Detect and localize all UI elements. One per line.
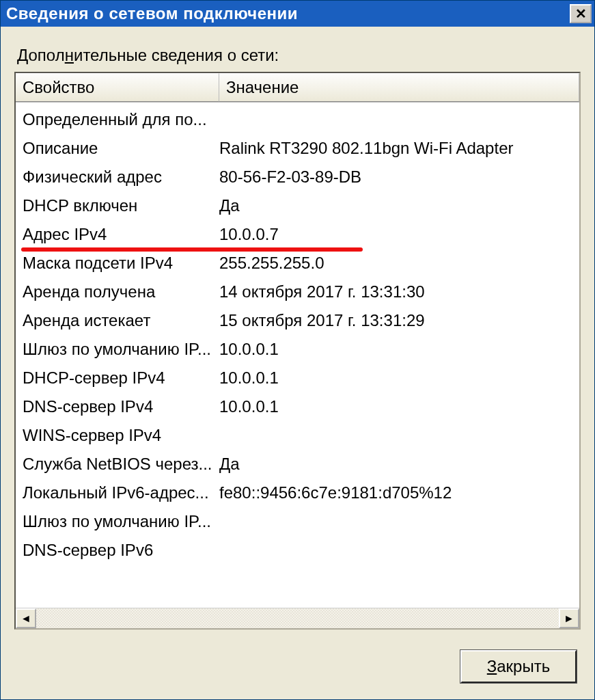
close-button-after: акрыть [497, 657, 550, 675]
value-cell: Да [219, 451, 572, 477]
value-cell: 10.0.0.1 [219, 365, 572, 391]
property-cell: Шлюз по умолчанию IP... [23, 509, 219, 535]
highlight-underline [21, 247, 363, 252]
value-cell [219, 422, 572, 448]
value-cell: 10.0.0.1 [219, 336, 572, 362]
close-button-mnemonic: З [487, 657, 497, 675]
table-row[interactable]: Аренда получена14 октября 2017 г. 13:31:… [16, 278, 579, 306]
table-row[interactable]: Аренда истекает15 октября 2017 г. 13:31:… [16, 306, 579, 335]
value-cell: Ralink RT3290 802.11bgn Wi-Fi Adapter [219, 135, 572, 161]
dialog-window: Сведения о сетевом подключении ✕ Дополни… [0, 0, 595, 700]
table-row[interactable]: Служба NetBIOS через...Да [16, 450, 579, 479]
value-cell [219, 537, 572, 563]
value-cell: 15 октября 2017 г. 13:31:29 [219, 308, 572, 334]
table-row[interactable]: Определенный для по... [16, 105, 579, 134]
table-row[interactable]: DNS-сервер IPv6 [16, 536, 579, 565]
details-label-after: ительные сведения о сети: [74, 46, 279, 64]
property-cell: DNS-сервер IPv6 [23, 537, 219, 563]
property-cell: DNS-сервер IPv4 [23, 394, 219, 420]
value-cell: 10.0.0.1 [219, 394, 572, 420]
details-label: Дополнительные сведения о сети: [17, 46, 578, 65]
button-row: Закрыть [14, 630, 581, 686]
value-cell: 80-56-F2-03-89-DB [219, 164, 572, 190]
details-label-before: Допол [17, 46, 65, 64]
table-row[interactable]: Локальный IPv6-адрес...fe80::9456:6c7e:9… [16, 479, 579, 507]
table-row[interactable]: Шлюз по умолчанию IP...10.0.0.1 [16, 335, 579, 364]
scroll-left-arrow-icon[interactable]: ◄ [16, 608, 36, 628]
table-row[interactable]: DHCP включенДа [16, 191, 579, 220]
window-title: Сведения о сетевом подключении [6, 4, 570, 23]
scroll-right-arrow-icon[interactable]: ► [559, 608, 579, 628]
table-row[interactable]: Физический адрес80-56-F2-03-89-DB [16, 163, 579, 191]
property-cell: Аренда истекает [23, 308, 219, 334]
value-cell: 10.0.0.7 [219, 221, 572, 247]
property-cell: Служба NetBIOS через... [23, 451, 219, 477]
listview-header: Свойство Значение [16, 73, 579, 103]
value-cell: 14 октября 2017 г. 13:31:30 [219, 279, 572, 305]
close-icon[interactable]: ✕ [570, 4, 592, 23]
table-row[interactable]: DHCP-сервер IPv410.0.0.1 [16, 364, 579, 392]
table-row[interactable]: ОписаниеRalink RT3290 802.11bgn Wi-Fi Ad… [16, 134, 579, 163]
value-cell [219, 107, 572, 133]
property-cell: Адрес IPv4 [23, 221, 219, 247]
property-cell: Маска подсети IPv4 [23, 250, 219, 276]
table-row[interactable]: Адрес IPv410.0.0.7 [16, 220, 579, 249]
property-cell: Аренда получена [23, 279, 219, 305]
table-row[interactable]: DNS-сервер IPv410.0.0.1 [16, 392, 579, 421]
details-label-mnemonic: н [65, 46, 74, 64]
column-header-value[interactable]: Значение [219, 73, 579, 102]
property-cell: Физический адрес [23, 164, 219, 190]
table-row[interactable]: Шлюз по умолчанию IP... [16, 507, 579, 536]
property-cell: Локальный IPv6-адрес... [23, 480, 219, 506]
listview-body: Определенный для по...ОписаниеRalink RT3… [16, 103, 579, 608]
property-cell: DHCP включен [23, 193, 219, 219]
value-cell: Да [219, 193, 572, 219]
details-listview: Свойство Значение Определенный для по...… [14, 72, 581, 630]
property-cell: Шлюз по умолчанию IP... [23, 336, 219, 362]
property-cell: WINS-сервер IPv4 [23, 422, 219, 448]
titlebar[interactable]: Сведения о сетевом подключении ✕ [1, 1, 594, 27]
value-cell: 255.255.255.0 [219, 250, 572, 276]
table-row[interactable]: Маска подсети IPv4255.255.255.0 [16, 249, 579, 278]
table-row[interactable]: WINS-сервер IPv4 [16, 421, 579, 450]
value-cell: fe80::9456:6c7e:9181:d705%12 [219, 480, 572, 506]
scrollbar-track[interactable] [36, 608, 559, 628]
column-header-property[interactable]: Свойство [16, 73, 219, 102]
property-cell: Описание [23, 135, 219, 161]
property-cell: DHCP-сервер IPv4 [23, 365, 219, 391]
horizontal-scrollbar[interactable]: ◄ ► [16, 608, 579, 628]
client-area: Дополнительные сведения о сети: Свойство… [1, 27, 594, 699]
value-cell [219, 509, 572, 535]
property-cell: Определенный для по... [23, 107, 219, 133]
close-button[interactable]: Закрыть [460, 650, 577, 683]
